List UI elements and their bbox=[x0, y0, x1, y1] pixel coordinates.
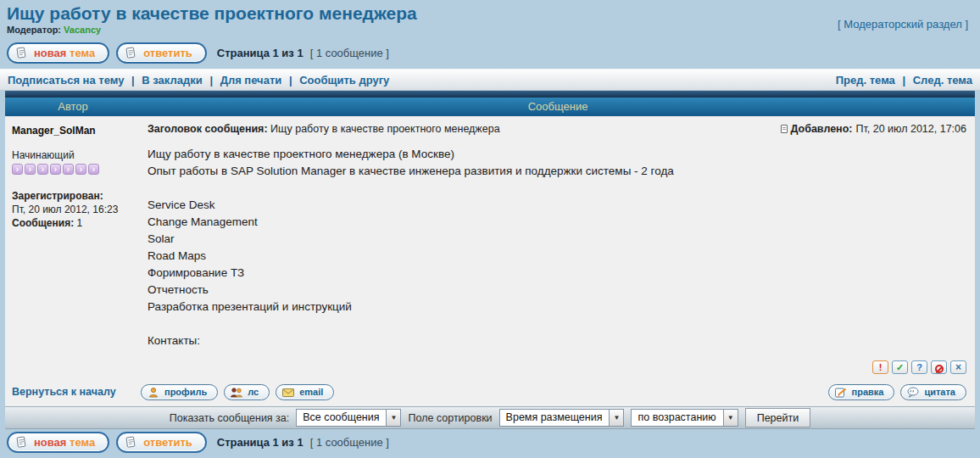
rank-star-icon: › bbox=[63, 164, 74, 175]
private-message-button[interactable]: лс bbox=[224, 384, 270, 400]
rank-stars: › › › › › › › bbox=[12, 164, 136, 175]
reply-label: ответить bbox=[143, 47, 192, 59]
email-label: email bbox=[299, 387, 323, 397]
email-button[interactable]: email bbox=[276, 384, 334, 400]
dropdown-arrow-icon: ▼ bbox=[723, 410, 738, 426]
subject-text: Ищу работу в качестве проектного менедже… bbox=[270, 123, 500, 135]
display-filter-bar: Показать сообщения за: Все сообщения ▼ П… bbox=[5, 406, 975, 429]
show-messages-select[interactable]: Все сообщения ▼ bbox=[296, 409, 401, 427]
message-line: Change Management bbox=[148, 214, 966, 231]
moderator-section-link[interactable]: [ Модераторский раздел ] bbox=[838, 18, 968, 31]
quote-button[interactable]: цитата bbox=[900, 384, 966, 400]
profile-person-icon bbox=[147, 387, 160, 398]
separator: | bbox=[209, 74, 213, 87]
separator: | bbox=[131, 74, 135, 87]
disapprove-icon[interactable] bbox=[931, 360, 947, 374]
email-envelope-icon bbox=[281, 387, 295, 398]
message-header-row: Заголовок сообщения: Ищу работу в качест… bbox=[148, 116, 966, 135]
show-messages-value: Все сообщения bbox=[297, 410, 386, 426]
messages-count: 1 bbox=[77, 217, 83, 229]
author-username: Manager_SolMan bbox=[12, 125, 136, 137]
message-line: Форимрование ТЗ bbox=[148, 265, 966, 282]
next-topic-link[interactable]: След. тема bbox=[913, 74, 972, 87]
prev-topic-link[interactable]: Пред. тема bbox=[836, 74, 895, 87]
message-count-bottom: [ 1 сообщение ] bbox=[310, 436, 389, 449]
new-topic-label-part2: тема bbox=[70, 436, 95, 449]
pm-two-persons-icon bbox=[230, 387, 243, 398]
page-title: Ищу работу в качестве проектного менедже… bbox=[7, 3, 972, 24]
sort-field-value: Время размещения bbox=[500, 410, 610, 426]
separator: | bbox=[902, 74, 905, 87]
topic-links-right: Пред. тема | След. тема bbox=[836, 74, 972, 87]
contact-buttons: профиль лс email bbox=[141, 384, 334, 400]
posted-date-icon bbox=[781, 125, 788, 133]
topic-header: Ищу работу в качестве проектного менедже… bbox=[0, 0, 980, 36]
pm-label: лс bbox=[248, 387, 259, 397]
new-topic-button-bottom[interactable]: новая тема bbox=[7, 432, 109, 453]
moderator-name-link[interactable]: Vacancy bbox=[64, 25, 101, 35]
message-line: Service Desk bbox=[148, 197, 966, 214]
message-line: Ищу работу в качестве проектного менедже… bbox=[148, 146, 966, 163]
reply-button-bottom[interactable]: ответить bbox=[116, 432, 207, 453]
rank-star-icon: › bbox=[37, 164, 48, 175]
tell-friend-link[interactable]: Сообщить другу bbox=[299, 74, 389, 87]
reply-paper-icon bbox=[125, 47, 137, 59]
messages-label: Сообщения: bbox=[12, 217, 74, 229]
message-line: Разработка презентаций и инструкций bbox=[148, 299, 966, 316]
author-registration-info: Зарегистрирован: Пт, 20 июл 2012, 16:23 … bbox=[12, 189, 136, 230]
reply-label: ответить bbox=[143, 436, 192, 449]
author-column-header: Автор bbox=[5, 98, 141, 116]
back-to-top-link[interactable]: Вернуться к началу bbox=[12, 386, 141, 398]
registered-label: Зарегистрирован: bbox=[12, 189, 136, 203]
new-topic-label-part1: новая bbox=[34, 47, 66, 59]
edit-button[interactable]: правка bbox=[828, 384, 895, 400]
table-top-strip bbox=[5, 91, 975, 98]
message-line: Solar bbox=[148, 231, 966, 248]
message-line: Отчетность bbox=[148, 282, 966, 299]
quote-label: цитата bbox=[924, 387, 955, 397]
bookmark-link[interactable]: В закладки bbox=[142, 74, 202, 87]
new-topic-button[interactable]: новая тема bbox=[7, 42, 109, 64]
moderator-label: Модератор: bbox=[7, 25, 61, 35]
rank-star-icon: › bbox=[75, 164, 86, 175]
go-button[interactable]: Перейти bbox=[745, 408, 811, 427]
rank-star-icon: › bbox=[12, 164, 23, 175]
sort-field-select[interactable]: Время размещения ▼ bbox=[499, 409, 625, 427]
rank-star-icon: › bbox=[88, 164, 99, 175]
message-subject: Заголовок сообщения: Ищу работу в качест… bbox=[148, 123, 500, 135]
delete-icon[interactable]: × bbox=[950, 360, 966, 374]
message-line: Road Maps bbox=[148, 248, 966, 265]
rank-star-icon: › bbox=[25, 164, 36, 175]
print-link[interactable]: Для печати bbox=[220, 74, 282, 87]
quote-bubble-icon bbox=[906, 387, 920, 398]
message-count: [ 1 сообщение ] bbox=[310, 47, 389, 59]
subscribe-link[interactable]: Подписаться на тему bbox=[8, 74, 124, 87]
moderation-icons: ! ✓ ? × bbox=[872, 360, 966, 374]
new-topic-paper-icon bbox=[15, 47, 28, 59]
message-line: Контакты: bbox=[148, 332, 966, 349]
author-column: Manager_SolMan Начинающий › › › › › › › … bbox=[5, 116, 141, 381]
message-body: Ищу работу в качестве проектного менедже… bbox=[148, 146, 966, 349]
forum-topic-page: Ищу работу в качестве проектного менедже… bbox=[0, 0, 980, 458]
page-indicator-bottom: Страница 1 из 1 bbox=[217, 436, 303, 449]
profile-button[interactable]: профиль bbox=[141, 384, 218, 400]
message-line bbox=[148, 316, 966, 332]
profile-label: профиль bbox=[164, 387, 207, 397]
message-column-header: Сообщение bbox=[141, 98, 975, 116]
message-column: Заголовок сообщения: Ищу работу в качест… bbox=[141, 116, 975, 381]
sort-order-select[interactable]: по возрастанию ▼ bbox=[631, 409, 738, 427]
separator: | bbox=[289, 74, 292, 87]
question-icon[interactable]: ? bbox=[911, 360, 927, 374]
table-column-headers: Автор Сообщение bbox=[5, 98, 975, 116]
registered-date: Пт, 20 июл 2012, 16:23 bbox=[12, 203, 136, 216]
author-rank: Начинающий bbox=[12, 149, 136, 162]
show-messages-label: Показать сообщения за: bbox=[170, 412, 289, 424]
moderate-buttons: правка цитата bbox=[828, 384, 966, 400]
approve-icon[interactable]: ✓ bbox=[892, 360, 908, 374]
reply-button[interactable]: ответить bbox=[116, 42, 207, 64]
posted-date: Пт, 20 июл 2012, 17:06 bbox=[855, 123, 966, 135]
moderator-line: Модератор: Vacancy bbox=[7, 24, 972, 36]
report-icon[interactable]: ! bbox=[872, 360, 888, 374]
post-row: Manager_SolMan Начинающий › › › › › › › … bbox=[5, 116, 975, 381]
top-toolbar: новая тема ответить Страница 1 из 1 [ 1 … bbox=[0, 36, 980, 69]
